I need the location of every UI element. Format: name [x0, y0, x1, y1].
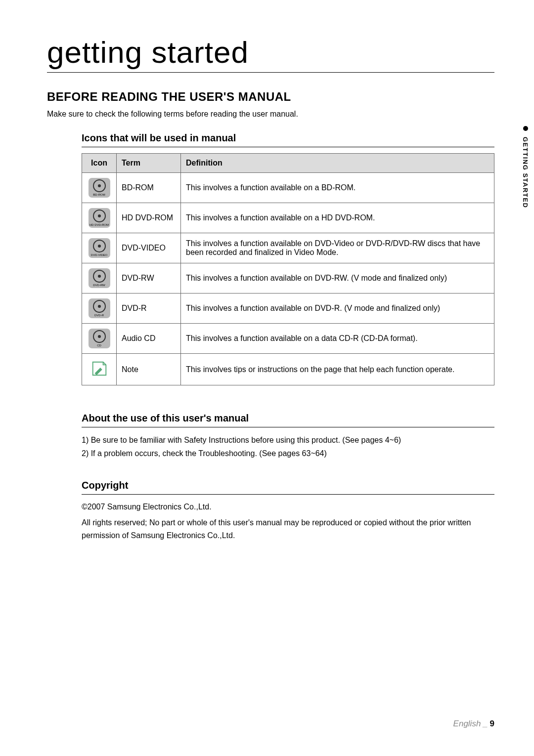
table-row: CD Audio CD This involves a function ava… — [82, 324, 494, 354]
dvd-video-icon: DVD-VIDEO — [89, 238, 110, 258]
side-tab-dot-icon — [523, 126, 528, 131]
audio-cd-icon: CD — [89, 329, 110, 348]
footer-language: English _ — [453, 719, 488, 728]
side-tab: GETTING STARTED — [517, 126, 534, 208]
term-cell: HD DVD-ROM — [117, 203, 181, 233]
about-list: 1) Be sure to be familiar with Safety In… — [82, 433, 494, 460]
definition-cell: This involves a function available on a … — [181, 203, 494, 233]
table-header-definition: Definition — [181, 154, 494, 173]
intro-text: Make sure to check the following terms b… — [47, 110, 494, 119]
table-row: HD DVD-ROM HD DVD-ROM This involves a fu… — [82, 203, 494, 233]
icons-subsection-title: Icons that will be used in manual — [82, 132, 494, 147]
list-item: 1) Be sure to be familiar with Safety In… — [82, 433, 494, 447]
table-header-term: Term — [117, 154, 181, 173]
section-title: BEFORE READING THE USER'S MANUAL — [47, 90, 494, 104]
about-subsection-title: About the use of this user's manual — [82, 413, 494, 427]
table-header-icon: Icon — [82, 154, 117, 173]
table-row: DVD-VIDEO DVD-VIDEO This involves a func… — [82, 233, 494, 263]
hd-dvd-rom-icon: HD DVD-ROM — [89, 208, 110, 228]
side-tab-label: GETTING STARTED — [522, 137, 529, 208]
bd-rom-icon: BD-ROM — [89, 178, 110, 198]
term-cell: Audio CD — [117, 324, 181, 354]
table-row: DVD-R DVD-R This involves a function ava… — [82, 294, 494, 324]
definition-cell: This involves a function available on DV… — [181, 263, 494, 294]
copyright-line: ©2007 Samsung Electronics Co.,Ltd. — [82, 501, 494, 513]
list-item: 2) If a problem occurs, check the Troubl… — [82, 447, 494, 460]
term-cell: DVD-RW — [117, 263, 181, 294]
definition-cell: This involves a function available on a … — [181, 173, 494, 203]
definition-cell: This involves a function available on DV… — [181, 294, 494, 324]
copyright-subsection-title: Copyright — [82, 480, 494, 495]
dvd-rw-icon: DVD-RW — [89, 268, 110, 288]
note-icon — [89, 359, 110, 378]
copyright-block: ©2007 Samsung Electronics Co.,Ltd. All r… — [82, 501, 494, 542]
icons-table: Icon Term Definition BD-ROM BD-ROM This … — [82, 153, 494, 385]
term-cell: Note — [117, 354, 181, 385]
term-cell: DVD-R — [117, 294, 181, 324]
definition-cell: This involves a function available on DV… — [181, 233, 494, 263]
definition-cell: This involves a function available on a … — [181, 324, 494, 354]
footer-page-number: 9 — [490, 719, 494, 728]
dvd-r-icon: DVD-R — [89, 298, 110, 318]
copyright-line: All rights reserved; No part or whole of… — [82, 516, 494, 542]
page-title: getting started — [47, 35, 494, 73]
table-row: Note This involves tips or instructions … — [82, 354, 494, 385]
term-cell: BD-ROM — [117, 173, 181, 203]
table-row: DVD-RW DVD-RW This involves a function a… — [82, 263, 494, 294]
table-row: BD-ROM BD-ROM This involves a function a… — [82, 173, 494, 203]
page-footer: English _9 — [453, 719, 494, 729]
term-cell: DVD-VIDEO — [117, 233, 181, 263]
definition-cell: This involves tips or instructions on th… — [181, 354, 494, 385]
